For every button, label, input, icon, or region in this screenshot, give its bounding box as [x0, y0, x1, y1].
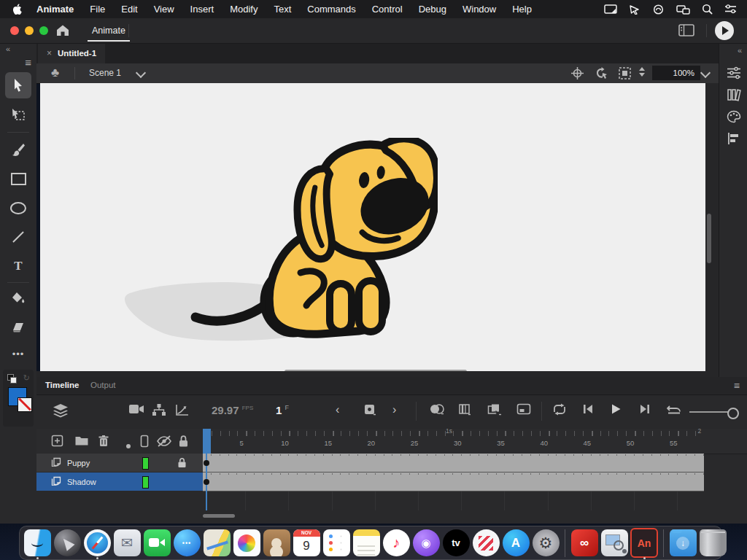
text-tool-button[interactable]: T [5, 253, 31, 279]
document-tab-untitled-1[interactable]: × Untitled‑1 [38, 43, 105, 63]
frame-rate-display[interactable]: 29.97 FPS [212, 404, 253, 416]
reset-colors-icon[interactable]: ↻ [23, 373, 30, 383]
dock-app-notes[interactable] [352, 529, 380, 558]
dock-app-contacts[interactable] [263, 529, 290, 558]
new-folder-button[interactable] [74, 435, 89, 449]
menu-item-debug[interactable]: Debug [411, 0, 454, 18]
step-forward-button[interactable] [639, 403, 651, 415]
dock-app-trash[interactable] [699, 529, 727, 558]
dock-app-news[interactable] [472, 529, 500, 558]
layer-frame-span[interactable] [203, 472, 704, 491]
paint-bucket-tool-button[interactable] [5, 285, 31, 311]
dock-app-appstore[interactable]: A [502, 529, 530, 558]
displays-icon[interactable] [676, 4, 690, 15]
menu-item-modify[interactable]: Modify [222, 0, 266, 18]
dock-app-safari[interactable] [83, 529, 111, 558]
dock-app-messages[interactable] [173, 529, 201, 558]
play-button[interactable] [610, 403, 622, 415]
workspace-tab-animate[interactable]: Animate [82, 18, 136, 43]
dock-app-preview[interactable] [600, 529, 628, 558]
dock-app-creative-cloud[interactable] [570, 529, 598, 558]
minimize-window-button[interactable] [25, 26, 34, 35]
dock-app-downloads[interactable] [669, 529, 697, 558]
stage-canvas[interactable] [40, 83, 705, 377]
dock-app-music[interactable] [382, 529, 410, 558]
menu-item-text[interactable]: Text [266, 0, 299, 18]
control-center-icon[interactable] [724, 4, 737, 14]
home-icon[interactable] [55, 23, 70, 40]
dock-app-tv[interactable]: tv [442, 529, 470, 558]
dock-app-maps[interactable] [203, 529, 231, 558]
step-back-button[interactable] [582, 403, 594, 415]
zoom-dropdown-chevron-icon[interactable] [700, 68, 711, 78]
stepper-down-icon[interactable] [639, 73, 645, 77]
menu-item-file[interactable]: File [82, 0, 113, 18]
timeline-zoom-knob[interactable] [727, 408, 739, 419]
menu-item-help[interactable]: Help [504, 0, 540, 18]
playhead[interactable] [203, 429, 211, 454]
dock-app-launchpad[interactable] [53, 529, 81, 558]
rectangle-tool-button[interactable] [5, 166, 31, 192]
apple-menu-icon[interactable] [12, 3, 23, 15]
onion-skin-button[interactable] [429, 403, 445, 415]
layers-view-icon[interactable] [53, 403, 69, 418]
dock-app-settings[interactable] [532, 529, 560, 558]
layer-name[interactable]: Shadow [67, 478, 96, 486]
zoom-level-input[interactable]: 100% [652, 66, 700, 80]
swap-colors-icon[interactable] [7, 374, 16, 383]
hide-layers-toggle-icon[interactable] [156, 435, 172, 451]
rotate-hand-icon[interactable] [594, 66, 608, 83]
dock-app-mail[interactable] [113, 529, 141, 558]
delete-layer-button[interactable] [98, 435, 109, 450]
layer-row-left[interactable]: Shadow [36, 472, 203, 491]
previous-keyframe-button[interactable]: ‹ [336, 403, 339, 416]
workspace-switcher-icon[interactable] [678, 24, 694, 39]
test-movie-play-button[interactable] [715, 21, 734, 40]
menu-item-animate[interactable]: Animate [28, 0, 82, 18]
search-icon[interactable] [702, 4, 713, 15]
layer-lock-icon[interactable] [177, 457, 187, 471]
collapse-tools-icon[interactable] [6, 44, 10, 53]
library-panel-icon[interactable] [727, 88, 741, 104]
stepper-up-icon[interactable] [639, 67, 645, 71]
next-keyframe-button[interactable]: › [392, 403, 396, 416]
dock-app-finder[interactable] [23, 529, 51, 558]
current-frame-display[interactable]: 1 F [276, 404, 289, 416]
oval-tool-button[interactable] [5, 195, 31, 221]
close-window-button[interactable] [10, 26, 19, 35]
layer-row-shadow[interactable]: Shadow [36, 472, 747, 491]
color-panel-icon[interactable] [727, 110, 741, 126]
scene-dropdown-chevron-icon[interactable] [136, 68, 146, 78]
timeline-ruler[interactable]: 1s2 510152025303540455055 [203, 429, 704, 454]
menu-item-control[interactable]: Control [364, 0, 411, 18]
create-tween-button[interactable] [516, 403, 531, 415]
highlight-layers-toggle-icon[interactable] [125, 439, 131, 452]
paint-brush-tool-button[interactable] [5, 136, 31, 163]
free-transform-tool-button[interactable] [5, 101, 31, 128]
layer-row-left[interactable]: Puppy [36, 454, 203, 472]
stage-vertical-scrollbar[interactable] [707, 214, 711, 263]
show-outlines-toggle-icon[interactable] [140, 435, 149, 451]
clip-content-icon[interactable] [618, 66, 632, 83]
layer-name[interactable]: Puppy [67, 459, 90, 467]
onion-skin-outlines-button[interactable] [458, 403, 471, 416]
symbol-clover-icon[interactable]: ♣ [51, 66, 59, 80]
layer-highlight-swatch[interactable] [142, 457, 149, 470]
timeline-panel-menu-icon[interactable] [734, 380, 740, 392]
stage-artwork-puppy[interactable] [109, 138, 438, 349]
pointer-wand-icon[interactable] [629, 4, 640, 15]
rewind-button[interactable] [667, 403, 681, 415]
zoom-stepper[interactable] [639, 67, 645, 77]
dock-app-facetime[interactable] [143, 529, 171, 558]
menu-item-view[interactable]: View [146, 0, 182, 18]
tools-menu-icon[interactable] [25, 56, 31, 69]
dock-app-calendar[interactable]: NOV9 [293, 529, 320, 558]
menu-item-commands[interactable]: Commands [299, 0, 363, 18]
keyframe-dot[interactable] [204, 460, 209, 466]
layer-highlight-swatch[interactable] [142, 476, 149, 489]
dock-app-podcasts[interactable] [412, 529, 440, 558]
align-panel-icon[interactable] [727, 132, 740, 148]
more-tools-button[interactable]: ••• [5, 341, 31, 367]
tab-output[interactable]: Output [90, 381, 116, 389]
loop-playback-button[interactable] [551, 403, 568, 416]
